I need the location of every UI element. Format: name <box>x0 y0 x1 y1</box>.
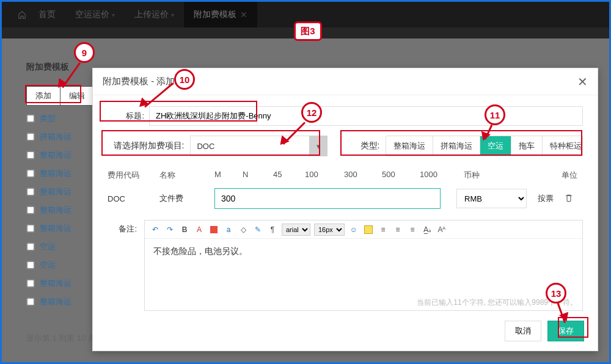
editor-content[interactable]: 不接危险品，电池另议。 <box>145 239 582 295</box>
row-checkbox[interactable] <box>26 279 35 288</box>
list-item[interactable]: 整箱海运 <box>26 274 84 293</box>
clear-format-icon[interactable]: ◇ <box>238 224 249 235</box>
list-item[interactable]: 整箱海运 <box>26 164 84 183</box>
remark-label: 备注: <box>108 220 137 311</box>
list-item[interactable]: 整箱海运 <box>26 146 84 164</box>
modal-header: 附加费模板 - 添加 ✕ <box>93 68 598 95</box>
row-checkbox[interactable] <box>26 187 35 196</box>
type-option-trailer[interactable]: 拖车 <box>511 136 542 156</box>
project-select-value: DOC <box>190 136 309 156</box>
font-size-icon[interactable]: a <box>223 224 234 235</box>
type-option-fcl[interactable]: 整箱海运 <box>386 136 433 156</box>
list-item[interactable]: 整箱海运 <box>26 293 84 311</box>
bold-icon[interactable]: B <box>179 224 190 235</box>
list-item[interactable]: 整箱海运 <box>26 183 84 201</box>
list-item[interactable]: 空运 <box>26 256 84 274</box>
list-item[interactable]: 空运 <box>26 238 84 256</box>
eraser-icon[interactable]: ✎ <box>252 224 263 235</box>
type-option-lcl[interactable]: 拼箱海运 <box>433 136 480 156</box>
modal-close-button[interactable]: ✕ <box>577 76 588 88</box>
list-item[interactable]: 类型 <box>26 109 84 128</box>
toolbar: 添加 编辑 <box>26 86 94 106</box>
add-surcharge-modal: 附加费模板 - 添加 ✕ 标题: 请选择附加费项目: DOC ▾ 类型: 整箱海… <box>92 68 598 351</box>
pagination-summary: 显示第 1 到第 10 条 <box>26 333 96 344</box>
modal-footer: 取消 保存 <box>93 316 598 350</box>
add-button[interactable]: 添加 <box>26 86 60 106</box>
row-checkbox[interactable] <box>26 261 35 269</box>
fee-name: 文件费 <box>159 193 214 204</box>
row-checkbox[interactable] <box>26 242 35 251</box>
list-item[interactable]: 整箱海运 <box>26 201 84 219</box>
row-checkbox[interactable] <box>26 169 35 178</box>
fee-code: DOC <box>108 194 159 203</box>
rich-text-editor: ↶ ↷ B A a ◇ ✎ ¶ arial 16px ☺ ≡ ≡ ≡ A̲ₐ <box>144 220 583 311</box>
fee-table-header: 费用代码 名称 M N 45 100 300 500 1000 币种 单位 <box>108 166 583 188</box>
fee-m-input[interactable] <box>214 188 441 209</box>
title-input[interactable] <box>149 106 583 126</box>
pilcrow-icon[interactable]: ¶ <box>267 224 278 235</box>
project-select[interactable]: DOC ▾ <box>190 136 327 156</box>
emoji-icon[interactable]: ☺ <box>348 224 359 235</box>
sidebar-list: 类型 拼箱海运 整箱海运 整箱海运 整箱海运 整箱海运 整箱海运 空运 空运 整… <box>26 109 84 311</box>
project-label: 请选择附加费项目: <box>108 140 184 151</box>
bg-color-icon[interactable] <box>208 224 219 235</box>
currency-select[interactable]: RMB <box>456 189 527 208</box>
trash-icon[interactable] <box>565 193 573 205</box>
list-item[interactable]: 整箱海运 <box>26 219 84 238</box>
row-checkbox[interactable] <box>26 297 35 306</box>
highlight-icon[interactable] <box>363 224 374 235</box>
cancel-button[interactable]: 取消 <box>505 321 541 341</box>
align-center-icon[interactable]: ≡ <box>392 224 403 235</box>
chevron-down-icon[interactable]: ▾ <box>309 136 327 156</box>
title-label: 标题: <box>108 111 144 122</box>
align-left-icon[interactable]: ≡ <box>378 224 389 235</box>
redo-icon[interactable]: ↷ <box>164 224 175 235</box>
fee-row: DOC 文件费 RMB 按票 <box>108 188 583 209</box>
font-size-select[interactable]: 16px <box>314 224 345 236</box>
font-family-select[interactable]: arial <box>282 224 310 236</box>
font-aa2-icon[interactable]: Aᴬ <box>436 224 447 235</box>
list-item[interactable]: 拼箱海运 <box>26 128 84 146</box>
modal-title: 附加费模板 - 添加 <box>103 76 175 87</box>
type-option-special[interactable]: 特种柜运价 <box>542 136 583 156</box>
edit-button[interactable]: 编辑 <box>60 86 94 106</box>
row-checkbox[interactable] <box>26 114 35 123</box>
type-option-air[interactable]: 空运 <box>480 136 511 156</box>
undo-icon[interactable]: ↶ <box>150 224 161 235</box>
type-label: 类型: <box>356 140 379 151</box>
fee-unit: 按票 <box>538 193 554 204</box>
row-checkbox[interactable] <box>26 151 35 159</box>
row-checkbox[interactable] <box>26 224 35 233</box>
type-button-group: 整箱海运 拼箱海运 空运 拖车 特种柜运价 <box>386 136 583 156</box>
save-button[interactable]: 保存 <box>547 321 584 341</box>
editor-toolbar: ↶ ↷ B A a ◇ ✎ ¶ arial 16px ☺ ≡ ≡ ≡ A̲ₐ <box>145 220 582 239</box>
page-title: 附加费模板 <box>26 62 69 73</box>
font-aa-icon[interactable]: A̲ₐ <box>422 224 433 235</box>
row-checkbox[interactable] <box>26 206 35 214</box>
align-right-icon[interactable]: ≡ <box>407 224 418 235</box>
text-color-icon[interactable]: A <box>194 224 205 235</box>
editor-char-count: 当前已输入11个字符, 您还可以输入9989个字符。 <box>145 295 582 310</box>
row-checkbox[interactable] <box>26 133 35 141</box>
